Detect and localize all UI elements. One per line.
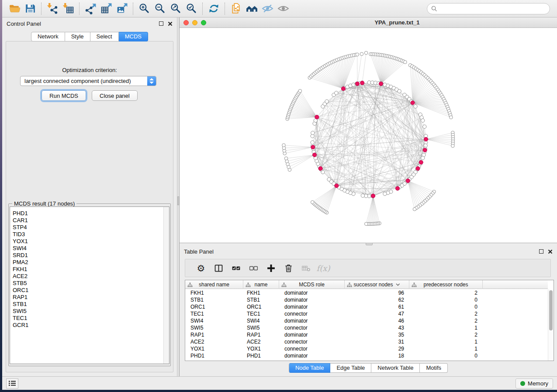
graph-hub-node[interactable] (419, 160, 423, 164)
graph-hub-node[interactable] (416, 166, 420, 170)
first-neighbors-button[interactable] (244, 2, 259, 16)
mcds-result-item[interactable]: SRD1 (10, 252, 163, 259)
tab-network[interactable]: Network (31, 32, 65, 41)
criterion-dropdown[interactable]: largest connected component (undirected) (20, 76, 156, 86)
graph-hub-node[interactable] (379, 82, 383, 86)
mcds-result-item[interactable]: TEC1 (10, 315, 163, 322)
deselect-all-button[interactable] (245, 263, 262, 273)
mcds-result-item[interactable]: TID3 (10, 231, 163, 238)
mcds-result-item[interactable]: STB5 (10, 280, 163, 287)
graph-fan-node[interactable] (364, 51, 368, 55)
import-table-button[interactable] (60, 2, 76, 16)
graph-hub-node[interactable] (371, 194, 375, 198)
tab-node-table[interactable]: Node Table (289, 363, 331, 373)
zoom-in-button[interactable] (136, 2, 152, 16)
graph-node[interactable] (414, 105, 417, 108)
splitter-handle[interactable] (177, 196, 179, 205)
graph-fan-node[interactable] (450, 116, 453, 119)
tab-motifs[interactable]: Motifs (420, 363, 448, 373)
mcds-list-scrollbar[interactable] (163, 207, 169, 364)
float-panel-icon[interactable] (539, 249, 543, 254)
hide-selected-button[interactable] (259, 2, 275, 16)
delete-row-button[interactable] (280, 263, 297, 273)
graph-node[interactable] (311, 131, 315, 134)
mcds-result-item[interactable]: RAP1 (10, 294, 163, 301)
mcds-result-item[interactable]: STB1 (10, 301, 163, 308)
graph-fan-node[interactable] (284, 157, 288, 160)
table-options-button[interactable]: ⚙ (192, 264, 210, 273)
zoom-selected-button[interactable] (183, 2, 199, 16)
show-columns-button[interactable] (210, 263, 227, 273)
table-scrollbar-thumb[interactable] (549, 290, 553, 330)
export-network-button[interactable] (83, 2, 98, 16)
table-row[interactable]: FKH1FKH1dominator962 (185, 289, 548, 296)
function-builder-button[interactable]: f(x) (315, 264, 332, 273)
graph-node[interactable] (325, 100, 329, 103)
mcds-result-item[interactable]: ACE2 (10, 273, 163, 280)
graph-fan-node[interactable] (364, 222, 368, 226)
graph-hub-node[interactable] (318, 166, 322, 170)
search-input[interactable] (437, 4, 550, 13)
table-scrollbar[interactable] (548, 289, 554, 361)
mcds-result-item[interactable]: SWI4 (10, 245, 163, 252)
mcds-result-item[interactable]: CAR1 (10, 217, 163, 224)
graph-fan-node[interactable] (413, 207, 416, 211)
import-network-button[interactable] (45, 2, 60, 16)
mcds-result-item[interactable]: FKH1 (10, 266, 163, 273)
memory-button[interactable]: Memory (515, 378, 553, 389)
mcds-result-item[interactable]: PMA2 (10, 259, 163, 266)
graph-hub-node[interactable] (406, 179, 410, 182)
graph-node[interactable] (327, 178, 331, 181)
graph-node[interactable] (383, 192, 387, 196)
export-table-button[interactable] (98, 2, 114, 16)
run-mcds-button[interactable]: Run MCDS (42, 90, 86, 101)
table-row[interactable]: PHD1PHD1dominator180 (185, 352, 548, 359)
graph-hub-node[interactable] (335, 184, 339, 188)
refresh-view-button[interactable] (206, 2, 221, 16)
clone-network-button[interactable] (228, 2, 244, 16)
column-header-shared-name[interactable]: shared name (185, 280, 243, 289)
save-session-button[interactable] (22, 2, 38, 16)
add-row-button[interactable] (262, 263, 280, 273)
graph-fan-node[interactable] (356, 53, 359, 56)
graph-node[interactable] (311, 141, 314, 144)
tab-mcds[interactable]: MCDS (119, 32, 148, 41)
graph-fan-node[interactable] (404, 60, 407, 64)
graph-hub-node[interactable] (341, 87, 345, 91)
graph-fan-node[interactable] (360, 52, 363, 56)
tab-edge-table[interactable]: Edge Table (330, 363, 371, 373)
graph-hub-node[interactable] (312, 153, 316, 157)
column-header-name[interactable]: name (243, 280, 279, 289)
column-header-predecessor-nodes[interactable]: predecessor nodes (409, 280, 483, 289)
close-panel-icon[interactable] (548, 249, 553, 254)
export-image-button[interactable] (114, 2, 130, 16)
mcds-result-item[interactable]: YOX1 (10, 238, 163, 245)
tab-network-table[interactable]: Network Table (371, 363, 420, 373)
table-row[interactable]: ORC1ORC1dominator610 (185, 303, 548, 310)
open-file-button[interactable] (7, 2, 22, 16)
graph-node[interactable] (421, 156, 425, 160)
graph-hub-node[interactable] (423, 148, 427, 152)
table-row[interactable]: SWI4SWI4dominator462 (185, 317, 548, 324)
table-row[interactable]: TEC1TEC1connector472 (185, 310, 548, 317)
graph-hub-node[interactable] (311, 145, 315, 149)
column-header-successor-nodes[interactable]: successor nodes (345, 280, 409, 289)
mcds-result-item[interactable]: SWI5 (10, 308, 163, 315)
horizontal-splitter-handle[interactable] (366, 243, 373, 245)
graph-hub-node[interactable] (424, 137, 428, 141)
show-all-button[interactable] (275, 2, 291, 16)
table-row[interactable]: RAP1RAP1dominator352 (185, 331, 548, 338)
graph-node[interactable] (421, 119, 425, 122)
mcds-result-item[interactable]: ORC1 (10, 287, 163, 294)
mcds-result-item[interactable]: STP4 (10, 224, 163, 231)
graph-node[interactable] (361, 194, 364, 197)
table-row[interactable]: SWI5SWI5connector431 (185, 324, 548, 331)
table-row[interactable]: ACE2ACE2connector311 (185, 338, 548, 345)
graph-hub-node[interactable] (395, 186, 399, 190)
graph-fan-node[interactable] (311, 200, 314, 204)
task-history-button[interactable] (6, 378, 18, 389)
close-panel-button[interactable]: Close panel (92, 90, 138, 101)
graph-node[interactable] (398, 89, 401, 93)
zoom-out-button[interactable] (152, 2, 168, 16)
graph-node[interactable] (335, 91, 338, 95)
